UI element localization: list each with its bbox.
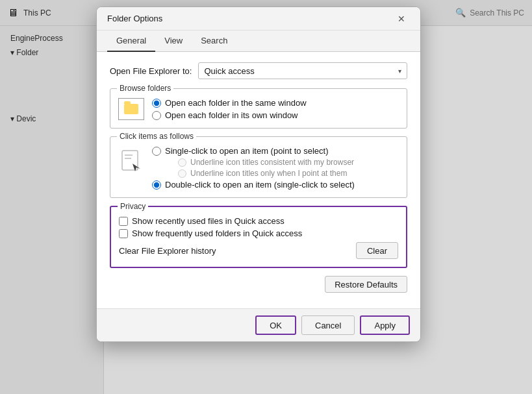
click-sub-label-consistent: Underline icon titles consistent with my… (190, 158, 354, 167)
click-icon-box (118, 146, 144, 179)
dialog-title: Folder Options (107, 14, 393, 23)
svg-rect-2 (125, 158, 131, 159)
click-sub-group: Underline icon titles consistent with my… (165, 158, 355, 167)
dialog-body: Open File Explorer to: Quick access ▾ Br… (97, 52, 420, 308)
dialog-tabs: General View Search (97, 31, 420, 52)
dialog-footer: OK Cancel Apply (97, 308, 420, 341)
click-option-double[interactable]: Double-click to open an item (single-cli… (152, 180, 355, 190)
open-fe-value: Quick access (204, 66, 254, 76)
privacy-content: Show recently used files in Quick access… (119, 214, 398, 259)
dialog-titlebar: Folder Options ✕ (97, 7, 420, 31)
open-fe-label: Open File Explorer to: (110, 66, 192, 76)
tab-search[interactable]: Search (192, 31, 236, 52)
privacy-label-frequent: Show frequently used folders in Quick ac… (132, 228, 302, 238)
privacy-checkbox-frequent[interactable]: Show frequently used folders in Quick ac… (119, 228, 398, 238)
clear-button[interactable]: Clear (356, 242, 398, 259)
browse-folders-content: Open each folder in the same window Open… (118, 95, 399, 120)
close-button[interactable]: ✕ (393, 10, 410, 27)
privacy-checkbox-recent[interactable]: Show recently used files in Quick access (119, 216, 398, 226)
browse-radio-same[interactable] (152, 99, 161, 108)
click-option-single[interactable]: Single-click to open an item (point to s… (152, 146, 355, 156)
click-sub-point[interactable]: Underline icon titles only when I point … (178, 169, 347, 178)
browse-folders-legend: Browse folders (117, 84, 173, 93)
privacy-label-recent: Show recently used files in Quick access (132, 216, 285, 226)
checkbox-frequent-folders[interactable] (119, 229, 128, 238)
browse-label-same: Open each folder in the same window (165, 98, 307, 108)
folder-icon (124, 104, 138, 114)
click-radio-double[interactable] (152, 180, 161, 190)
apply-button[interactable]: Apply (360, 315, 410, 335)
browse-radio-group: Open each folder in the same window Open… (152, 98, 307, 120)
browse-option-same[interactable]: Open each folder in the same window (152, 98, 307, 108)
ok-button[interactable]: OK (255, 315, 296, 335)
click-radio-point[interactable] (178, 169, 186, 178)
svg-rect-1 (125, 154, 133, 156)
click-sub-group2: Underline icon titles only when I point … (165, 169, 355, 178)
click-items-legend: Click items as follows (117, 132, 196, 141)
clear-history-label: Clear File Explorer history (119, 246, 349, 256)
folder-options-dialog: Folder Options ✕ General View Search Ope… (96, 6, 421, 342)
click-items-content: Single-click to open an item (point to s… (118, 143, 399, 190)
restore-row: Restore Defaults (110, 276, 407, 293)
tab-general[interactable]: General (107, 31, 155, 52)
open-fe-row: Open File Explorer to: Quick access ▾ (110, 62, 407, 79)
cancel-button[interactable]: Cancel (301, 315, 355, 335)
click-sub-consistent[interactable]: Underline icon titles consistent with my… (178, 158, 354, 167)
click-label-double: Double-click to open an item (single-cli… (165, 180, 355, 190)
click-sub-label-point: Underline icon titles only when I point … (190, 169, 347, 178)
click-radio-consistent[interactable] (178, 158, 186, 167)
browse-folders-section: Browse folders Open each folder in the s… (110, 88, 407, 129)
clear-history-row: Clear File Explorer history Clear (119, 242, 398, 259)
browse-option-own[interactable]: Open each folder in its own window (152, 110, 307, 120)
chevron-down-icon: ▾ (398, 68, 401, 75)
privacy-section: Privacy Show recently used files in Quic… (110, 206, 407, 268)
click-radio-single[interactable] (152, 147, 161, 156)
cursor-icon (121, 149, 142, 175)
click-items-section: Click items as follows Single-click to o… (110, 136, 407, 198)
checkbox-recent-files[interactable] (119, 217, 128, 226)
click-label-single: Single-click to open an item (point to s… (165, 146, 328, 156)
open-fe-dropdown[interactable]: Quick access ▾ (198, 62, 407, 79)
restore-defaults-button[interactable]: Restore Defaults (325, 276, 407, 293)
privacy-legend: Privacy (118, 202, 148, 211)
browse-label-own: Open each folder in its own window (165, 110, 298, 120)
folder-icon-box (118, 98, 144, 120)
browse-radio-own[interactable] (152, 111, 161, 120)
click-radio-group: Single-click to open an item (point to s… (152, 146, 355, 190)
tab-view[interactable]: View (155, 31, 192, 52)
